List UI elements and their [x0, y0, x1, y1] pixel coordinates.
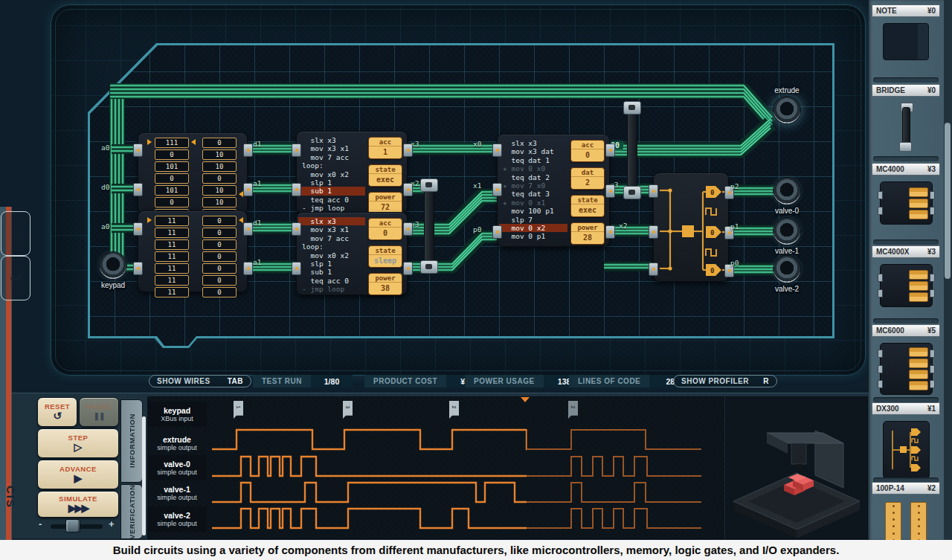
chip-pin: [243, 183, 253, 196]
wire-label: p1: [730, 222, 739, 231]
code-line: sub 1: [302, 268, 364, 276]
chip-pin: [605, 144, 615, 157]
memory-cell: 0: [202, 138, 237, 148]
tab-verification[interactable]: VERIFICATION: [120, 484, 143, 539]
wire-label: a1: [253, 179, 261, 187]
wave-cursor[interactable]: [521, 397, 530, 402]
part-card-note[interactable]: NOTE¥0: [872, 4, 940, 60]
undo-icon: ↩: [10, 270, 21, 286]
signal-list-scrollbar[interactable]: [142, 416, 146, 535]
show-wires-button[interactable]: SHOW WIRES TAB: [149, 375, 251, 387]
code-line: mov x3 x1: [302, 144, 364, 152]
simulate-button[interactable]: SIMULATE ▶▶▶: [37, 491, 119, 518]
wire-label: a0: [101, 222, 109, 231]
product-cost-label: PRODUCT COST: [364, 375, 446, 387]
port-extrude: [774, 97, 800, 123]
mcu-code[interactable]: slx x3 mov x3 x1 mov 7 accloop: mov x0 x…: [302, 136, 364, 210]
reset-icon: ↺: [53, 411, 62, 422]
show-profiler-key: R: [763, 377, 769, 385]
register-badges: acc1stateexecpower72: [368, 137, 402, 219]
port-label-valve-0: valve-0: [761, 207, 813, 215]
brand-logo: CIS: [4, 475, 17, 520]
power-usage-label: POWER USAGE: [465, 375, 544, 387]
sidebar-divider: [873, 397, 939, 402]
step-button[interactable]: STEP ▷: [37, 428, 119, 458]
chip-pin: [403, 144, 413, 157]
step-icon: ▷: [74, 442, 83, 453]
mcu-2[interactable]: slx x3 mov x3 dat teq dat 1+ mov 0 x0 te…: [497, 134, 610, 247]
sidebar-divider: [873, 239, 939, 245]
wire-label: p2: [730, 182, 739, 190]
bridge[interactable]: [622, 101, 641, 199]
mcu-0[interactable]: slx x3 mov x3 x1 mov 7 accloop: mov x0 x…: [296, 131, 408, 214]
code-line: mov x3 x1: [302, 225, 364, 234]
chip-pin: [492, 144, 502, 157]
memory-chip-1[interactable]: 111111111111110000000: [138, 210, 248, 292]
memory-chip-0[interactable]: 11101010101011101010010100: [138, 132, 248, 214]
mcu-1[interactable]: slx x3 mov x3 x1 mov 7 accloop: mov x0 x…: [296, 212, 408, 295]
chip-pin: [605, 184, 615, 198]
port-valve-0: [774, 178, 800, 205]
speed-minus[interactable]: -: [39, 518, 42, 530]
part-card-dx300[interactable]: DX300¥1: [872, 402, 940, 479]
memory-column: 0000000: [202, 216, 237, 299]
code-line: slp 1: [302, 260, 364, 268]
pause-button[interactable]: PAUSE ❚❚: [79, 397, 119, 427]
test-run-label: TEST RUN: [253, 375, 311, 387]
memory-cell: 10: [202, 149, 237, 160]
advance-button[interactable]: ADVANCE ▶: [37, 460, 119, 489]
memory-cell: 0: [155, 197, 189, 207]
mcu-code[interactable]: slx x3 mov x3 dat teq dat 1+ mov 0 x0 te…: [503, 139, 566, 243]
chip-pin: [243, 144, 253, 157]
part-price: ¥0: [927, 7, 936, 15]
chip-pin: [403, 183, 413, 196]
chip-pin: [492, 183, 502, 196]
wire-label: x1: [473, 181, 481, 190]
code-line: teq acc 0: [302, 196, 364, 204]
part-card-mc4000[interactable]: MC4000¥3: [872, 163, 940, 225]
memory-cell: 11: [155, 228, 189, 238]
undo-button[interactable]: ↩: [1, 256, 30, 300]
part-card-bridge[interactable]: BRIDGE¥0: [872, 84, 940, 152]
register-badge-acc: acc0: [368, 218, 402, 240]
home-button[interactable]: ⌂: [1, 211, 30, 256]
code-line: teq dat 2: [503, 173, 566, 181]
code-line: slx x3: [298, 217, 365, 225]
chip-pin: [649, 184, 658, 198]
memory-column: 11111111111111: [155, 216, 189, 299]
code-line: slx x3: [302, 136, 364, 144]
memory-cell: 0: [202, 239, 237, 250]
part-card-mc6000[interactable]: MC6000¥5: [872, 324, 940, 395]
bridge[interactable]: [419, 178, 438, 274]
speed-slider-knob[interactable]: [65, 519, 80, 532]
dx300-chip[interactable]: 0 0 0: [653, 173, 729, 282]
memory-cell: 0: [155, 173, 189, 184]
show-profiler-button[interactable]: SHOW PROFILER R: [673, 375, 777, 387]
tab-information[interactable]: INFORMATION: [120, 399, 143, 483]
code-line: + mov 0 x0: [503, 164, 566, 173]
memory-cell: 0: [202, 228, 237, 238]
register-badge-power: power72: [368, 192, 402, 214]
chip-pin: [492, 225, 502, 239]
signal-name: valve-2: [164, 511, 190, 520]
chip-pin: [292, 262, 301, 275]
part-card-mc4000x[interactable]: MC4000X¥3: [872, 245, 940, 307]
signal-label-extrude: extrude simple output: [147, 431, 207, 456]
port-label-keypad: keypad: [87, 281, 139, 289]
signal-type: simple output: [157, 520, 197, 528]
code-line: mov x0 x2: [302, 251, 364, 260]
wire-label: p0: [730, 259, 739, 267]
code-line: mov x0 x2: [302, 170, 364, 178]
register-badges: acc0statesleeppower38: [368, 218, 402, 300]
code-line: teq dat 1: [503, 156, 566, 164]
memory-cell: 0: [202, 216, 237, 226]
caption-bar: Build circuits using a variety of compon…: [0, 540, 952, 560]
chip-pin: [403, 262, 413, 275]
mcu-code[interactable]: slx x3 mov x3 x1 mov 7 accloop: mov x0 x…: [302, 217, 364, 292]
register-badge-state: stateexec: [368, 164, 402, 187]
speed-plus[interactable]: +: [109, 518, 115, 530]
reset-button[interactable]: RESET ↺: [37, 397, 77, 427]
chip-pin: [243, 222, 253, 236]
memory-pointer-icon: [147, 139, 152, 145]
sidebar-scrollbar-thumb[interactable]: [945, 123, 951, 279]
